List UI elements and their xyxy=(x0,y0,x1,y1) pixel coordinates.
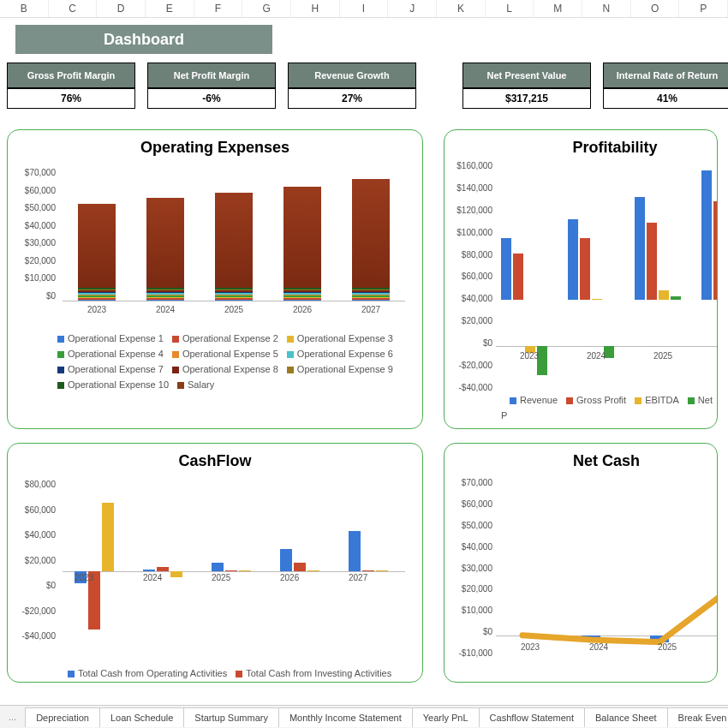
kpi-label: Revenue Growth xyxy=(288,63,416,88)
plot-area xyxy=(63,168,405,301)
sheet-tab[interactable]: Balance Sheet xyxy=(584,707,668,727)
kpi-label: Gross Profit Margin xyxy=(7,63,135,88)
y-axis-labels: $160,000$140,000$120,000$100,000$80,000$… xyxy=(451,161,492,392)
col-header: D xyxy=(97,0,146,17)
col-header: K xyxy=(437,0,486,17)
page-title: Dashboard xyxy=(15,25,272,54)
sheet-tab-bar[interactable]: ... Depreciation Loan Schedule Startup S… xyxy=(0,705,728,728)
col-header: F xyxy=(194,0,243,17)
col-header: B xyxy=(0,0,49,17)
chart-operating-expenses[interactable]: Operating Expenses $70,000$60,000$50,000… xyxy=(7,129,423,429)
x-axis-labels: 202320242025 xyxy=(496,642,718,654)
plot-area: 20232024202520262027 xyxy=(63,480,405,641)
col-header: J xyxy=(388,0,437,17)
chart-legend: RevenueGross ProfitEBITDANet P xyxy=(501,392,717,423)
chart-title: Profitability xyxy=(518,139,712,157)
kpi-label: Internal Rate of Return xyxy=(603,63,728,88)
kpi-value: $317,215 xyxy=(462,88,591,109)
col-header: P xyxy=(679,0,728,17)
sheet-tab[interactable]: Cashflow Statement xyxy=(479,707,585,727)
more-tabs-icon[interactable]: ... xyxy=(0,712,25,722)
col-header: C xyxy=(49,0,98,17)
x-axis-labels: 202320242025 xyxy=(496,351,718,363)
sheet-tab[interactable]: Yearly PnL xyxy=(412,707,480,727)
y-axis-labels: $80,000$60,000$40,000$20,000$0-$20,000-$… xyxy=(15,480,56,641)
column-header-row: B C D E F G H I J K L M N O P xyxy=(0,0,728,18)
chart-title: CashFlow xyxy=(13,452,417,470)
y-axis-labels: $70,000$60,000$50,000$40,000$30,000$20,0… xyxy=(451,478,492,658)
sheet-tab[interactable]: Depreciation xyxy=(25,707,100,727)
kpi-row: Gross Profit Margin 76% Net Profit Margi… xyxy=(0,63,728,129)
sheet-tab[interactable]: Break Even A xyxy=(667,707,728,727)
col-header: N xyxy=(582,0,631,17)
col-header: L xyxy=(486,0,534,17)
chart-title: Operating Expenses xyxy=(13,139,417,157)
kpi-card[interactable]: Net Profit Margin -6% xyxy=(147,63,276,114)
kpi-card[interactable]: Internal Rate of Return 41% xyxy=(603,63,728,114)
col-header: I xyxy=(340,0,389,17)
kpi-value: 27% xyxy=(288,88,416,109)
chart-legend: Operational Expense 1Operational Expense… xyxy=(49,331,414,392)
col-header: G xyxy=(242,0,291,17)
chart-profitability[interactable]: Profitability $160,000$140,000$120,000$1… xyxy=(444,129,718,429)
chart-legend: Total Cash from Operating ActivitiesTota… xyxy=(59,665,391,681)
kpi-card[interactable]: Net Present Value $317,215 xyxy=(462,63,591,114)
kpi-value: -6% xyxy=(147,88,276,109)
kpi-label: Net Profit Margin xyxy=(147,63,276,88)
y-axis-labels: $70,000$60,000$50,000$40,000$30,000$20,0… xyxy=(15,168,56,301)
col-header: H xyxy=(291,0,340,17)
kpi-label: Net Present Value xyxy=(462,63,591,88)
sheet-tab[interactable]: Monthly Income Statement xyxy=(278,707,413,727)
col-header: O xyxy=(631,0,680,17)
kpi-card[interactable]: Gross Profit Margin 76% xyxy=(7,63,135,114)
chart-cashflow[interactable]: CashFlow $80,000$60,000$40,000$20,000$0-… xyxy=(7,443,423,683)
chart-netcash[interactable]: Net Cash $70,000$60,000$50,000$40,000$30… xyxy=(444,443,718,683)
col-header: M xyxy=(534,0,582,17)
kpi-card[interactable]: Revenue Growth 27% xyxy=(288,63,416,114)
sheet-tab[interactable]: Loan Schedule xyxy=(99,707,184,727)
kpi-value: 41% xyxy=(603,88,728,109)
plot-area xyxy=(496,161,718,346)
x-axis-labels: 20232024202520262027 xyxy=(63,305,405,317)
chart-title: Net Cash xyxy=(501,452,712,470)
col-header: E xyxy=(146,0,194,17)
plot-area xyxy=(496,478,718,636)
sheet-tab[interactable]: Startup Summary xyxy=(183,707,279,727)
kpi-value: 76% xyxy=(7,88,135,109)
